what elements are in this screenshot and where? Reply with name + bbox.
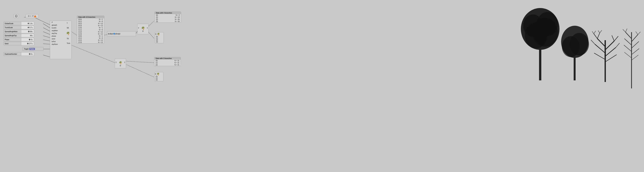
svg-line-55 — [626, 29, 627, 32]
global-scale-slider[interactable]: GlobalScale 1.0 ◇ — [4, 22, 46, 25]
data-node-4-branches: Data with 4 branches {0}N = 3 {1}N = 18 … — [154, 11, 181, 23]
spread-angle-main-label: SpreadAngleMain — [4, 30, 21, 33]
data-row-2-1: {2;1}N = 6 — [77, 37, 104, 39]
toggle-button[interactable]: Toggle False — [22, 47, 44, 51]
svg-line-35 — [594, 34, 597, 39]
trunk-scale-value: 0.7 ◇ — [21, 26, 34, 29]
phase-value: 3 ◇ — [21, 38, 34, 41]
d-label: D — [142, 30, 144, 32]
tree-icon-2: 🌴 — [119, 61, 122, 64]
port-indicator3: ◇ — [32, 31, 33, 32]
tree-icon-branch-bottom: 🌴 — [156, 72, 160, 76]
svg-line-12 — [71, 45, 115, 63]
ba-label: {B;A}(i) — [115, 33, 120, 35]
blue-diamond-icon — [113, 33, 115, 35]
orange-triangle-icon — [34, 15, 36, 17]
svg-line-49 — [632, 41, 639, 48]
port-indicator4: ◇ — [32, 35, 33, 36]
data-row-0-1: {0;1}N = 6 — [77, 20, 104, 22]
o-node[interactable]: O XV P — [26, 14, 39, 18]
seed-label: Seed — [4, 42, 21, 45]
branch-path-b-0: {0} — [156, 76, 163, 77]
svg-line-33 — [594, 53, 605, 59]
toggle-label: Toggle — [24, 48, 29, 50]
tree-icon-branch-top: 🌴 — [157, 33, 160, 36]
port-indicator7: ◇ — [32, 53, 33, 55]
xv-label: XV — [30, 15, 32, 17]
main-component-node[interactable]: P globalS trunkS angMain angTop phase se… — [50, 20, 72, 59]
data-row-0-2: {0;2}N = 12 — [77, 22, 104, 25]
svg-line-40 — [616, 43, 620, 47]
data-row-1-3: {1;3}N = 12 — [77, 33, 104, 35]
spread-angle-top-label: SpreadAngleTop — [4, 34, 21, 37]
diamond-icon4 — [29, 53, 30, 55]
branch-path-0: {0} — [156, 36, 163, 37]
svg-line-47 — [632, 34, 638, 42]
ab-label: {A;B}(i) — [108, 33, 113, 35]
d-label2: D — [120, 65, 121, 67]
data-row-2-0: {2;0}N = 1 — [77, 35, 104, 37]
svg-rect-19 — [539, 48, 541, 80]
port-indicator2: ◇ — [32, 27, 33, 28]
svg-rect-25 — [574, 56, 576, 80]
data-row-0-0: {0;0}N = 1 — [77, 18, 104, 20]
svg-point-23 — [537, 12, 558, 36]
svg-line-54 — [623, 29, 626, 32]
duplicate-number-slider[interactable]: DuplicateNumber 0 ◇ — [4, 52, 46, 56]
data-row-3-1: {1}N = 31 — [154, 62, 180, 64]
branch-node-bottom[interactable]: D 🌴 {0} {1} {2} — [154, 72, 163, 81]
branch-node-top[interactable]: D 🌴 {0} {1} {2} {3} — [155, 32, 164, 43]
port-tinfo: Tinfo — [66, 42, 71, 44]
circle-port2 — [28, 27, 29, 28]
d-label-bottom: D — [155, 73, 156, 75]
diamond-icon2 — [29, 39, 30, 40]
tree-component-node-2[interactable]: T 🌴 T D — [115, 59, 126, 68]
tree-icon-main: 🌴 — [66, 31, 70, 35]
svg-line-44 — [600, 30, 602, 33]
svg-line-51 — [632, 48, 639, 55]
cross-node[interactable]: ✕ — [14, 14, 19, 18]
data-node-12-branches: Data with 12 branches {0;0}N = 1 {0;1}N … — [77, 16, 104, 44]
data-node-3-header: Data with 3 branches — [154, 57, 180, 60]
data-row-4-1: {1}N = 18 — [155, 16, 181, 18]
duplicate-number-label: DuplicateNumber — [4, 52, 21, 56]
t-label-left2: T — [116, 62, 116, 63]
branch-path-b-1: {1} — [156, 77, 163, 79]
spread-angle-main-value: 38 ◇ — [21, 30, 34, 33]
cross-icon: ✕ — [15, 15, 18, 17]
trees-area — [515, 0, 644, 172]
tree-icon-1: 🌴 — [141, 26, 145, 30]
t-label-right: T — [147, 27, 148, 29]
branch-path-1: {1} — [156, 37, 163, 39]
svg-line-57 — [638, 32, 640, 34]
data-row-2-2: {2;2}N = 12 — [77, 39, 104, 41]
phase-slider[interactable]: Phase 3 ◇ — [4, 38, 46, 41]
diamond-icon3 — [27, 43, 29, 44]
data-row-4-0: {0}N = 3 — [155, 14, 181, 16]
svg-line-43 — [598, 30, 600, 33]
t-label-left: T — [138, 27, 139, 29]
tree-component-node-1[interactable]: T 🌴 T D — [137, 24, 148, 34]
svg-line-56 — [636, 31, 638, 34]
abba-node[interactable]: {A;B}(i) {B;A}(i) — [107, 31, 136, 36]
port-indicator: ◇ — [32, 23, 33, 24]
spread-angle-main-slider[interactable]: SpreadAngleMain 38 ◇ — [4, 30, 46, 33]
data-row-3-2: {2}N = 31 — [154, 64, 180, 66]
t-label-right2: T — [124, 62, 125, 63]
data-row-0-3: {0;3}N = 12 — [77, 25, 104, 27]
spread-angle-top-value: 49 ◇ — [21, 34, 34, 37]
svg-line-46 — [626, 32, 632, 39]
trunk-scale-label: TrunkScale — [4, 26, 21, 29]
branch-path-2: {2} — [156, 39, 163, 41]
spread-angle-top-slider[interactable]: SpreadAngleTop 49 ◇ — [4, 34, 46, 37]
data-row-3-0: {0}N = 31 — [154, 60, 180, 62]
trunk-scale-slider[interactable]: TrunkScale 0.7 ◇ — [4, 26, 46, 29]
svg-line-39 — [591, 40, 595, 44]
svg-point-27 — [570, 33, 589, 55]
data-row-1-2: {1;2}N = 12 — [77, 31, 104, 33]
svg-line-53 — [632, 55, 638, 60]
p-label: P — [32, 15, 34, 17]
svg-line-42 — [594, 31, 596, 34]
seed-slider[interactable]: Seed 277 ◇ — [4, 42, 46, 45]
port-indicator5: ◇ — [32, 39, 33, 40]
